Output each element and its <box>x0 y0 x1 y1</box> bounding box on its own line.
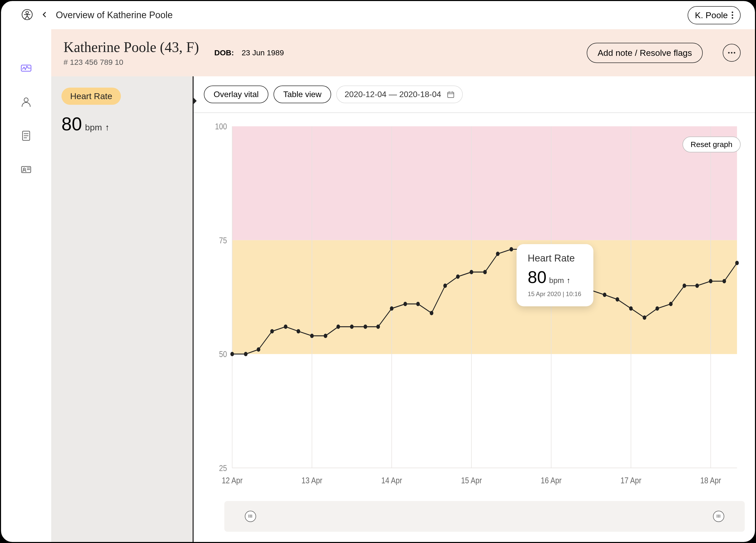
svg-point-16 <box>731 52 732 54</box>
nav-patient-icon[interactable] <box>20 96 32 108</box>
svg-point-77 <box>683 284 686 288</box>
svg-point-54 <box>376 325 380 329</box>
time-scrubber[interactable]: III III <box>224 501 745 532</box>
svg-point-43 <box>230 352 234 356</box>
svg-point-6 <box>24 98 28 102</box>
svg-point-47 <box>284 325 287 329</box>
trend-up-icon: ↑ <box>566 276 570 285</box>
svg-text:50: 50 <box>219 349 227 359</box>
scrubber-handle-left[interactable]: III <box>245 511 256 522</box>
svg-text:17 Apr: 17 Apr <box>621 476 641 485</box>
svg-point-80 <box>722 279 726 283</box>
svg-point-15 <box>728 52 730 54</box>
svg-point-2 <box>732 12 733 13</box>
svg-rect-18 <box>448 92 454 98</box>
svg-point-57 <box>416 302 420 306</box>
svg-point-55 <box>390 306 393 311</box>
breadcrumb[interactable]: Overview of Katherine Poole <box>56 10 173 20</box>
more-actions-button[interactable] <box>723 44 741 62</box>
svg-text:14 Apr: 14 Apr <box>381 476 402 485</box>
dob: DOB: 23 Jun 1989 <box>214 48 284 57</box>
back-icon[interactable] <box>40 10 49 20</box>
app-logo-icon <box>22 9 33 21</box>
table-view-button[interactable]: Table view <box>274 86 331 103</box>
svg-text:75: 75 <box>219 235 227 245</box>
date-range-picker[interactable]: 2020-12-04 — 2020-18-04 <box>336 86 463 103</box>
svg-point-75 <box>655 306 659 311</box>
calendar-icon <box>447 91 455 98</box>
vital-side-panel[interactable]: Heart Rate 80 bpm ↑ <box>51 76 194 542</box>
svg-point-48 <box>297 329 300 333</box>
svg-text:15 Apr: 15 Apr <box>461 476 482 485</box>
scrubber-handle-right[interactable]: III <box>713 511 724 522</box>
svg-text:18 Apr: 18 Apr <box>700 476 721 485</box>
ellipsis-icon <box>728 52 736 54</box>
svg-text:13 Apr: 13 Apr <box>301 476 322 485</box>
vital-chip: Heart Rate <box>61 88 121 105</box>
svg-point-64 <box>510 247 513 252</box>
svg-text:12 Apr: 12 Apr <box>222 476 243 485</box>
svg-point-4 <box>732 17 733 19</box>
vital-value: 80 <box>61 113 82 134</box>
svg-rect-22 <box>232 126 737 240</box>
chart-tooltip: Heart Rate 80 bpm ↑ 15 Apr 2020 | 10:16 <box>517 244 593 306</box>
account-menu[interactable]: K. Poole <box>688 6 741 24</box>
svg-point-1 <box>26 11 28 14</box>
svg-point-63 <box>496 252 500 256</box>
chart-area[interactable]: 25507510012 Apr13 Apr14 Apr15 Apr16 Apr1… <box>194 113 755 496</box>
svg-point-59 <box>443 284 447 288</box>
reset-graph-button[interactable]: Reset graph <box>683 137 741 152</box>
kebab-icon <box>731 11 733 19</box>
vital-unit: bpm <box>85 122 102 132</box>
svg-point-51 <box>337 325 340 329</box>
svg-point-78 <box>695 284 699 288</box>
svg-point-17 <box>734 52 735 54</box>
account-name: K. Poole <box>695 10 728 20</box>
svg-point-72 <box>616 297 619 301</box>
svg-rect-23 <box>232 240 737 354</box>
svg-point-49 <box>310 334 314 338</box>
svg-point-56 <box>403 302 407 306</box>
svg-point-62 <box>483 270 487 274</box>
svg-point-46 <box>270 329 274 333</box>
svg-point-81 <box>735 261 739 265</box>
svg-point-79 <box>709 279 712 283</box>
svg-point-71 <box>603 293 606 297</box>
svg-point-61 <box>470 270 473 274</box>
patient-id: # 123 456 789 10 <box>64 58 199 67</box>
svg-point-52 <box>350 325 354 329</box>
svg-point-73 <box>629 306 633 311</box>
svg-point-44 <box>244 352 248 356</box>
svg-point-58 <box>430 311 433 315</box>
patient-name: Katherine Poole (43, F) <box>64 39 199 55</box>
svg-text:25: 25 <box>219 463 227 473</box>
svg-point-76 <box>669 302 673 306</box>
svg-point-45 <box>257 347 260 352</box>
svg-point-50 <box>324 334 327 338</box>
overlay-vital-button[interactable]: Overlay vital <box>204 86 268 103</box>
svg-text:100: 100 <box>215 123 227 131</box>
svg-point-60 <box>456 274 460 279</box>
svg-point-3 <box>732 14 733 16</box>
nav-id-icon[interactable] <box>20 164 32 175</box>
svg-point-53 <box>364 325 367 329</box>
svg-point-74 <box>643 316 646 320</box>
svg-text:16 Apr: 16 Apr <box>541 476 562 485</box>
add-note-button[interactable]: Add note / Resolve flags <box>587 43 703 63</box>
nav-vitals-icon[interactable] <box>20 62 32 74</box>
trend-up-icon: ↑ <box>105 122 109 132</box>
nav-notes-icon[interactable] <box>20 130 32 141</box>
